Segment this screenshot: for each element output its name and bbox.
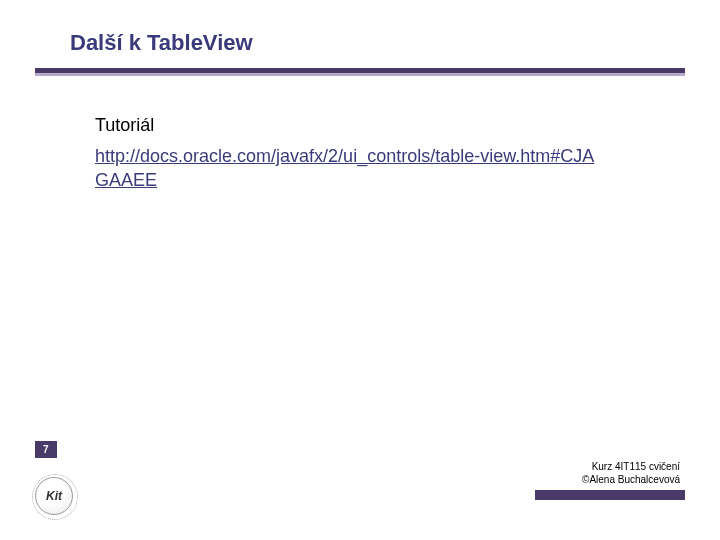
footer-accent-bar — [535, 490, 685, 500]
footer-author: ©Alena Buchalcevová — [582, 473, 680, 486]
tutorial-link[interactable]: http://docs.oracle.com/javafx/2/ui_contr… — [95, 144, 600, 193]
footer-course: Kurz 4IT115 cvičení — [582, 460, 680, 473]
logo-label: Kit — [46, 489, 62, 503]
tutorial-heading: Tutoriál — [95, 115, 660, 136]
divider-secondary — [35, 73, 685, 76]
footer-text: Kurz 4IT115 cvičení ©Alena Buchalcevová — [582, 460, 680, 486]
slide-container: Další k TableView Tutoriál http://docs.o… — [0, 0, 720, 540]
kit-logo-icon: Kit — [35, 477, 73, 515]
slide-title: Další k TableView — [70, 30, 253, 56]
content-area: Tutoriál http://docs.oracle.com/javafx/2… — [95, 115, 660, 193]
page-number-badge: 7 — [35, 441, 57, 458]
